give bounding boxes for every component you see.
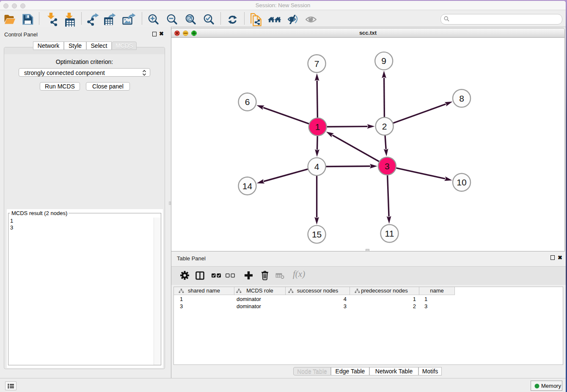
svg-text:3: 3	[385, 161, 390, 171]
svg-text:14: 14	[242, 181, 253, 191]
svg-text:7: 7	[314, 59, 319, 69]
svg-text:4: 4	[314, 162, 319, 171]
svg-text:10: 10	[457, 177, 466, 187]
svg-text:8: 8	[459, 94, 464, 103]
svg-text:15: 15	[312, 229, 322, 239]
svg-text:11: 11	[385, 229, 394, 238]
svg-text:2: 2	[382, 121, 387, 131]
svg-text:1: 1	[315, 122, 320, 132]
svg-text:9: 9	[381, 56, 386, 66]
svg-text:6: 6	[245, 97, 250, 107]
